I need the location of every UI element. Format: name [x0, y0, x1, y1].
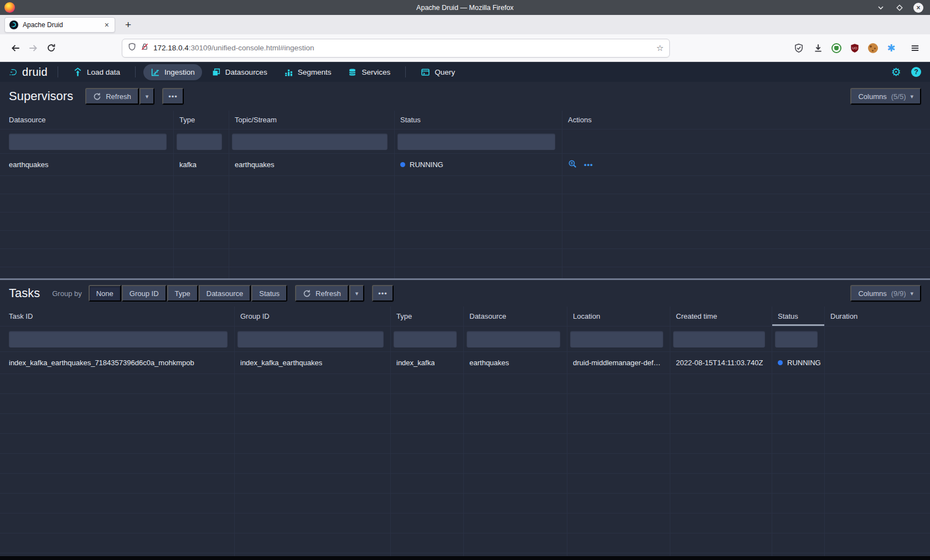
- nav-item-services[interactable]: Services: [340, 64, 397, 80]
- tab-apache-druid[interactable]: Apache Druid ×: [4, 17, 115, 33]
- ublock-origin-icon[interactable]: UO: [849, 42, 861, 54]
- column-header-datasource[interactable]: Datasource: [0, 111, 174, 129]
- column-header-duration[interactable]: Duration: [825, 307, 930, 326]
- task-row[interactable]: index_kafka_earthquakes_7184357396d6c0a_…: [0, 352, 930, 374]
- druid-brand[interactable]: druid: [9, 66, 48, 79]
- nav-item-query[interactable]: Query: [414, 64, 462, 80]
- column-header-created-time[interactable]: Created time: [670, 307, 772, 326]
- group-by-none-button[interactable]: None: [89, 285, 121, 302]
- help-icon[interactable]: ?: [911, 67, 921, 77]
- filter-status-input[interactable]: [397, 133, 555, 150]
- forward-icon[interactable]: [24, 39, 42, 57]
- filter-created-time-input[interactable]: [673, 331, 765, 348]
- insecure-lock-icon[interactable]: [141, 43, 149, 53]
- tasks-refresh-caret-button[interactable]: ▾: [349, 285, 365, 302]
- status-running-dot: [400, 162, 405, 167]
- column-header-type[interactable]: Type: [174, 111, 229, 129]
- bookmark-star-icon[interactable]: ☆: [657, 43, 664, 53]
- group-by-datasource-button[interactable]: Datasource: [199, 285, 251, 302]
- cookie-autodelete-icon[interactable]: [868, 43, 878, 53]
- minimize-icon[interactable]: [876, 3, 886, 13]
- supervisor-row[interactable]: earthquakes kafka earthquakes RUNNING ••…: [0, 154, 930, 176]
- filter-type-input[interactable]: [177, 133, 222, 150]
- supervisor-status: RUNNING: [410, 160, 443, 169]
- filter-datasource-input[interactable]: [467, 331, 560, 348]
- window-bottom-edge: [0, 556, 930, 560]
- tasks-columns-button[interactable]: Columns (9/9) ▾: [850, 285, 921, 302]
- group-by-group-id-button[interactable]: Group ID: [122, 285, 167, 302]
- group-by-status-button[interactable]: Status: [251, 285, 287, 302]
- column-header-actions: Actions: [562, 111, 930, 129]
- task-group-id: index_kafka_earthquakes: [240, 359, 322, 367]
- inspect-magnifier-icon[interactable]: [568, 159, 577, 170]
- supervisors-columns-button[interactable]: Columns (5/5) ▾: [850, 88, 921, 105]
- reload-icon[interactable]: [42, 39, 60, 57]
- filter-group-id-input[interactable]: [237, 331, 384, 348]
- datasources-icon: [211, 68, 221, 77]
- column-header-location[interactable]: Location: [567, 307, 670, 326]
- tasks-filter-row: [0, 326, 930, 352]
- more-icon: •••: [378, 289, 388, 298]
- menu-hamburger-icon[interactable]: [909, 42, 921, 54]
- column-header-status-sorted[interactable]: Status: [772, 307, 825, 326]
- group-by-segmented-control: None Group ID Type Datasource Status: [89, 285, 287, 302]
- nav-item-ingestion[interactable]: Ingestion: [143, 64, 202, 80]
- tasks-title: Tasks: [9, 286, 40, 300]
- refresh-label: Refresh: [316, 289, 341, 298]
- supervisors-more-button[interactable]: •••: [162, 88, 184, 105]
- supervisors-empty-rows: [0, 176, 930, 278]
- filter-datasource-input[interactable]: [9, 133, 167, 150]
- supervisors-title: Supervisors: [9, 89, 73, 103]
- url-bar[interactable]: 172.18.0.4:30109/unified-console.html#in…: [122, 39, 670, 58]
- tab-title: Apache Druid: [23, 21, 99, 29]
- back-icon[interactable]: [7, 39, 24, 57]
- window-title: Apache Druid — Mozilla Firefox: [0, 4, 930, 12]
- column-header-task-id[interactable]: Task ID: [0, 307, 235, 326]
- row-actions-more-icon[interactable]: •••: [584, 160, 593, 169]
- nav-item-load-data[interactable]: Load data: [66, 64, 127, 80]
- column-header-type[interactable]: Type: [391, 307, 464, 326]
- tab-close-icon[interactable]: ×: [104, 21, 110, 29]
- close-window-icon[interactable]: ×: [913, 3, 923, 13]
- filter-type-input[interactable]: [394, 331, 457, 348]
- tasks-refresh-button[interactable]: Refresh: [295, 285, 349, 302]
- column-header-status[interactable]: Status: [395, 111, 562, 129]
- supervisors-refresh-caret-button[interactable]: ▾: [140, 88, 155, 105]
- filter-topic-stream-input[interactable]: [232, 133, 388, 150]
- tasks-empty-rows: [0, 374, 930, 560]
- druid-brand-text: druid: [22, 66, 48, 79]
- url-text: 172.18.0.4:30109/unified-console.html#in…: [153, 44, 652, 52]
- druid-navbar: druid Load data Ingestion Datasources: [0, 62, 930, 82]
- druid-logo-icon: [9, 68, 18, 77]
- tasks-header: Tasks Group by None Group ID Type Dataso…: [0, 280, 930, 307]
- nav-item-datasources[interactable]: Datasources: [204, 64, 275, 80]
- settings-gear-icon[interactable]: ⚙: [891, 66, 901, 77]
- column-header-group-id[interactable]: Group ID: [235, 307, 391, 326]
- filter-status-input[interactable]: [775, 331, 818, 348]
- supervisors-refresh-button[interactable]: Refresh: [85, 88, 139, 105]
- tracking-shield-icon[interactable]: [128, 43, 136, 53]
- containers-icon[interactable]: ✱: [885, 42, 897, 54]
- column-header-datasource[interactable]: Datasource: [464, 307, 567, 326]
- load-data-icon: [73, 68, 82, 77]
- filter-location-input[interactable]: [570, 331, 663, 348]
- new-tab-button[interactable]: +: [125, 19, 131, 31]
- nav-item-segments[interactable]: Segments: [277, 64, 339, 80]
- window-titlebar: Apache Druid — Mozilla Firefox ×: [0, 0, 930, 15]
- group-by-type-button[interactable]: Type: [167, 285, 198, 302]
- url-host: 172.18.0.4: [153, 44, 189, 52]
- url-path: :30109/unified-console.html#ingestion: [189, 44, 314, 52]
- column-header-topic-stream[interactable]: Topic/Stream: [229, 111, 395, 129]
- query-icon: [421, 68, 430, 77]
- filter-task-id-input[interactable]: [9, 331, 228, 348]
- task-type: index_kafka: [396, 359, 435, 367]
- shield-check-icon[interactable]: [793, 42, 805, 54]
- nav-item-label: Load data: [87, 68, 120, 76]
- refresh-label: Refresh: [106, 92, 131, 101]
- maximize-icon[interactable]: [895, 3, 905, 13]
- status-running-dot: [778, 360, 783, 365]
- privacy-badger-icon[interactable]: [831, 43, 841, 53]
- tasks-more-button[interactable]: •••: [372, 285, 394, 302]
- columns-label: Columns: [858, 92, 886, 101]
- downloads-icon[interactable]: [812, 42, 824, 54]
